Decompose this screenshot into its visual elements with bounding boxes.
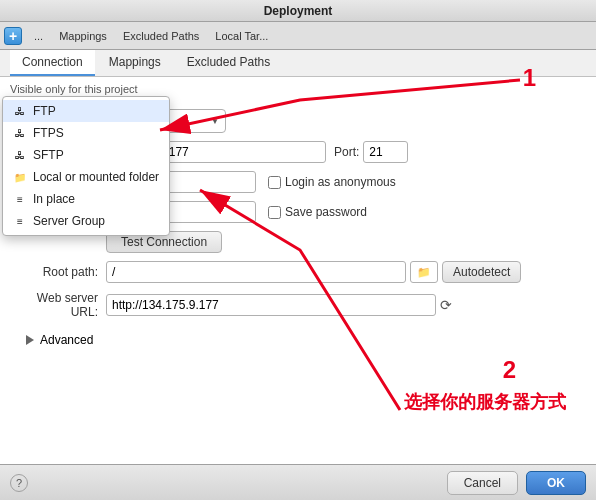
ftps-label: FTPS (33, 126, 64, 140)
dropdown-item-ftp[interactable]: 🖧 FTP (3, 100, 169, 122)
ftps-icon: 🖧 (13, 126, 27, 140)
server-group-icon: ≡ (13, 214, 27, 228)
root-path-row: Root path: 📁 Autodetect (16, 261, 580, 283)
local-label: Local or mounted folder (33, 170, 159, 184)
bottom-bar: ? Cancel OK (0, 464, 596, 500)
dialog-content: Connection Mappings Excluded Paths Visib… (0, 50, 596, 464)
web-server-label: Web server URL: (16, 291, 106, 319)
nav-tab-excluded[interactable]: Excluded Paths (115, 27, 207, 45)
root-path-input[interactable] (106, 261, 406, 283)
login-anonymous-label: Login as anonymous (285, 175, 396, 189)
inplace-icon: ≡ (13, 192, 27, 206)
dropdown-item-server-group[interactable]: ≡ Server Group (3, 210, 169, 232)
tab-connection[interactable]: Connection (10, 50, 95, 76)
dropdown-item-local[interactable]: 📁 Local or mounted folder (3, 166, 169, 188)
dialog-tabs: Connection Mappings Excluded Paths (0, 50, 596, 77)
sftp-icon: 🖧 (13, 148, 27, 162)
type-select-container: ▦ FTP ▼ (106, 109, 580, 133)
save-password-label: Save password (285, 205, 367, 219)
dropdown-item-inplace[interactable]: ≡ In place (3, 188, 169, 210)
dropdown-menu: 🖧 FTP 🖧 FTPS 🖧 SFTP 📁 Local or mounted f… (2, 96, 170, 236)
port-input[interactable] (363, 141, 408, 163)
ftp-label: FTP (33, 104, 56, 118)
tab-mappings[interactable]: Mappings (97, 50, 173, 76)
nav-tab-mappings[interactable]: Mappings (51, 27, 115, 45)
help-button[interactable]: ? (10, 474, 28, 492)
advanced-row[interactable]: Advanced (16, 327, 580, 347)
title-label: Deployment (264, 4, 333, 18)
triangle-icon (26, 335, 34, 345)
bottom-buttons: Cancel OK (447, 471, 586, 495)
port-label: Port: (326, 145, 363, 159)
title-bar: Deployment (0, 0, 596, 22)
login-anonymous-group: Login as anonymous (268, 175, 396, 189)
ok-button[interactable]: OK (526, 471, 586, 495)
nav-tabs: ... Mappings Excluded Paths Local Tar... (26, 27, 276, 45)
nav-tab-local[interactable]: Local Tar... (207, 27, 276, 45)
web-url-icon: ⟳ (440, 297, 452, 313)
login-anonymous-checkbox[interactable] (268, 176, 281, 189)
cancel-button[interactable]: Cancel (447, 471, 518, 495)
inplace-label: In place (33, 192, 75, 206)
root-path-container: 📁 Autodetect (106, 261, 580, 283)
autodetect-button[interactable]: Autodetect (442, 261, 521, 283)
sftp-label: SFTP (33, 148, 64, 162)
save-password-group: Save password (268, 205, 367, 219)
web-url-input[interactable] (106, 294, 436, 316)
dropdown-item-ftps[interactable]: 🖧 FTPS (3, 122, 169, 144)
browse-folder-button[interactable]: 📁 (410, 261, 438, 283)
root-path-label: Root path: (16, 265, 106, 279)
save-password-checkbox[interactable] (268, 206, 281, 219)
select-arrow-icon: ▼ (211, 117, 219, 126)
nav-tab-1[interactable]: ... (26, 27, 51, 45)
local-folder-icon: 📁 (13, 170, 27, 184)
web-server-row: Web server URL: ⟳ (16, 291, 580, 319)
nav-area: + ... Mappings Excluded Paths Local Tar.… (0, 22, 596, 50)
dropdown-item-sftp[interactable]: 🖧 SFTP (3, 144, 169, 166)
annotation-chinese-text: 选择你的服务器方式 (404, 390, 566, 414)
web-url-container: ⟳ (106, 294, 580, 316)
add-server-button[interactable]: + (4, 27, 22, 45)
annotation-2: 2 (503, 356, 516, 384)
tab-excluded-paths[interactable]: Excluded Paths (175, 50, 282, 76)
server-group-label: Server Group (33, 214, 105, 228)
advanced-label: Advanced (40, 333, 93, 347)
ftp-icon: 🖧 (13, 104, 27, 118)
